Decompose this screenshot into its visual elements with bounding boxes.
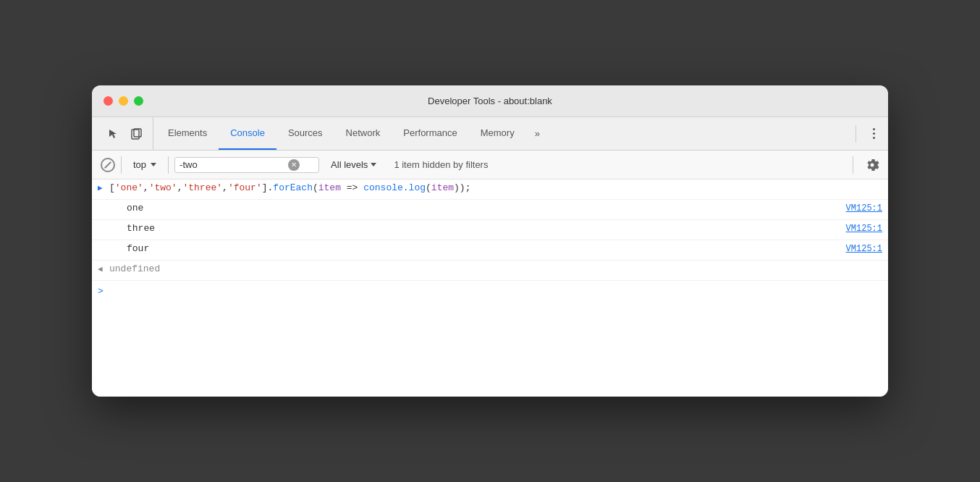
tab-memory[interactable]: Memory bbox=[469, 117, 526, 150]
tab-console[interactable]: Console bbox=[219, 117, 276, 150]
console-return-line: ◀ undefined bbox=[92, 261, 888, 281]
device-toolbar-button[interactable] bbox=[127, 124, 147, 144]
string-three: 'three' bbox=[182, 182, 222, 193]
close-button[interactable] bbox=[104, 96, 113, 106]
hidden-items-text: 1 item hidden by filters bbox=[394, 159, 488, 170]
menu-dot-3 bbox=[873, 137, 875, 139]
execution-context-arrow-icon bbox=[151, 163, 156, 166]
console-log-label: console.log bbox=[363, 182, 426, 193]
tab-sources[interactable]: Sources bbox=[276, 117, 334, 150]
log-levels-dropdown[interactable]: All levels bbox=[325, 156, 382, 173]
console-settings-button[interactable] bbox=[865, 158, 879, 172]
string-four: 'four' bbox=[228, 182, 262, 193]
tab-performance[interactable]: Performance bbox=[392, 117, 468, 150]
console-output-line-one: ▶ one VM125:1 bbox=[92, 200, 888, 220]
filter-clear-button[interactable]: ✕ bbox=[288, 159, 300, 171]
vm-link-four[interactable]: VM125:1 bbox=[832, 244, 882, 254]
filter-right-divider bbox=[853, 156, 853, 174]
call-open: ( bbox=[426, 182, 431, 193]
arrow-fn: => bbox=[341, 182, 363, 193]
foreach-label: forEach bbox=[273, 182, 313, 193]
bracket-open: [ bbox=[109, 182, 115, 193]
console-output-line-four: ▶ four VM125:1 bbox=[92, 240, 888, 261]
minimize-button[interactable] bbox=[119, 96, 128, 106]
string-one: 'one' bbox=[115, 182, 143, 193]
output-four: four bbox=[109, 243, 149, 254]
call-close: )); bbox=[454, 182, 470, 193]
vm-link-three[interactable]: VM125:1 bbox=[832, 224, 882, 234]
console-code: ['one','two','three','four'].forEach(ite… bbox=[109, 182, 882, 193]
tab-elements[interactable]: Elements bbox=[156, 117, 219, 150]
console-input-line: ▶ ['one','two','three','four'].forEach(i… bbox=[92, 179, 888, 200]
devtools-window: Developer Tools - about:blank Elements C… bbox=[92, 85, 888, 397]
comma-1: , bbox=[143, 182, 149, 193]
prompt-chevron-icon: > bbox=[98, 286, 104, 297]
log-levels-arrow-icon bbox=[371, 163, 376, 166]
filter-input[interactable] bbox=[179, 159, 288, 170]
menu-dot-2 bbox=[873, 132, 875, 135]
filter-input-wrapper: ✕ bbox=[174, 157, 319, 173]
param-item-2: item bbox=[431, 182, 454, 193]
expand-arrow-icon[interactable]: ▶ bbox=[98, 183, 105, 193]
svg-rect-0 bbox=[132, 130, 139, 139]
console-output-line-three: ▶ three VM125:1 bbox=[92, 220, 888, 240]
devtools-menu-button[interactable] bbox=[865, 125, 882, 143]
window-title: Developer Tools - about:blank bbox=[428, 96, 552, 106]
execution-context-label: top bbox=[133, 159, 146, 170]
title-bar: Developer Tools - about:blank bbox=[92, 85, 888, 117]
bracket-close: ] bbox=[262, 182, 268, 193]
vm-link-one[interactable]: VM125:1 bbox=[832, 203, 882, 213]
maximize-button[interactable] bbox=[134, 96, 143, 106]
svg-point-2 bbox=[871, 163, 874, 166]
paren-open: ( bbox=[313, 182, 318, 193]
tab-network[interactable]: Network bbox=[334, 117, 392, 150]
more-tabs-button[interactable]: » bbox=[529, 117, 546, 150]
filter-divider-2 bbox=[168, 156, 169, 174]
inspect-element-button[interactable] bbox=[104, 124, 124, 144]
execution-context-dropdown[interactable]: top bbox=[127, 156, 162, 173]
toolbar: Elements Console Sources Network Perform… bbox=[92, 117, 888, 151]
clear-console-button[interactable] bbox=[101, 158, 115, 172]
filter-divider-1 bbox=[121, 156, 122, 174]
console-content: ▶ ['one','two','three','four'].forEach(i… bbox=[92, 179, 888, 397]
traffic-lights bbox=[104, 96, 143, 106]
string-two: 'two' bbox=[149, 182, 177, 193]
toolbar-divider bbox=[856, 125, 856, 143]
console-prompt-line[interactable]: > bbox=[92, 281, 888, 301]
log-levels-label: All levels bbox=[331, 159, 368, 170]
output-three: three bbox=[109, 223, 155, 234]
menu-dot-1 bbox=[873, 128, 875, 130]
filter-bar: top ✕ All levels 1 item hidden by filter… bbox=[92, 151, 888, 179]
output-one: one bbox=[109, 203, 143, 213]
return-arrow-icon: ◀ bbox=[98, 264, 105, 274]
param-item: item bbox=[318, 182, 341, 193]
return-undefined: undefined bbox=[109, 263, 160, 274]
toolbar-icons bbox=[98, 117, 153, 150]
comma-3: , bbox=[222, 182, 228, 193]
tabs: Elements Console Sources Network Perform… bbox=[153, 117, 529, 150]
